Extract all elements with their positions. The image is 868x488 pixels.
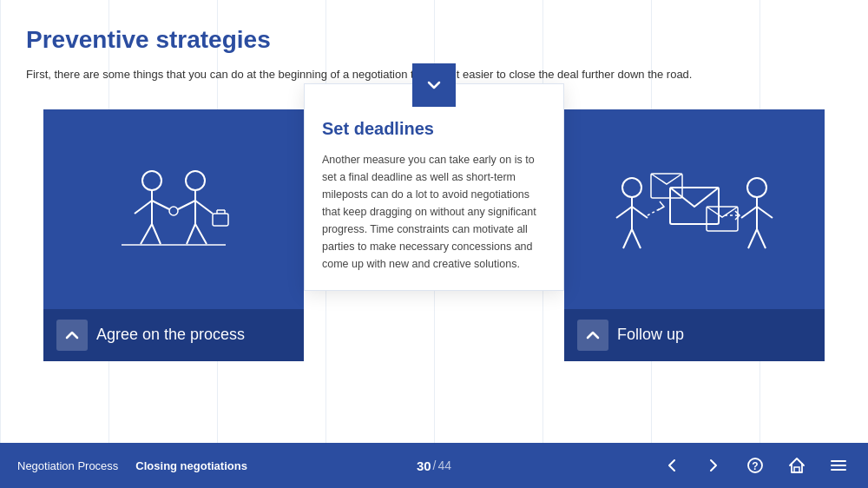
question-icon: ? (746, 457, 764, 474)
svg-point-24 (747, 178, 766, 197)
card-middle-title: Set deadlines (322, 119, 546, 139)
svg-line-10 (187, 224, 195, 244)
svg-line-11 (195, 224, 207, 244)
main-content: Preventive strategies First, there are s… (0, 0, 868, 443)
svg-line-28 (748, 229, 757, 248)
mail-icon (599, 162, 790, 257)
svg-line-2 (135, 201, 152, 214)
svg-line-29 (757, 229, 766, 248)
svg-line-21 (632, 207, 648, 218)
card-middle: Set deadlines Another measure you can ta… (304, 83, 564, 291)
arrow-up-icon-right (586, 328, 600, 342)
card-left: Agree on the process (43, 109, 304, 361)
svg-line-3 (152, 201, 169, 209)
card-right-label: Follow up (617, 326, 684, 344)
arrow-down-icon (427, 78, 441, 92)
svg-rect-13 (213, 214, 228, 226)
svg-line-20 (616, 207, 632, 218)
card-right-label-bar: Follow up (564, 309, 825, 361)
svg-text:?: ? (752, 460, 758, 472)
forward-icon (705, 457, 722, 474)
footer-nav-label: Negotiation Process (17, 459, 118, 472)
svg-rect-37 (794, 467, 799, 472)
card-right-arrow-btn[interactable] (577, 320, 608, 351)
menu-icon (830, 457, 847, 474)
menu-button[interactable] (826, 453, 851, 478)
footer-page-separator: / (433, 458, 437, 472)
svg-point-0 (142, 171, 161, 190)
card-middle-arrow-btn[interactable] (412, 63, 456, 107)
svg-point-6 (186, 171, 205, 190)
cards-container: Agree on the process Set deadlines Anoth… (26, 109, 842, 361)
mail-icon-area (599, 109, 790, 309)
svg-line-5 (152, 224, 161, 244)
card-left-arrow-btn[interactable] (56, 320, 88, 351)
card-left-label: Agree on the process (96, 326, 245, 344)
home-button[interactable] (785, 453, 809, 478)
svg-line-26 (741, 207, 757, 218)
svg-point-12 (169, 207, 178, 215)
home-icon (788, 457, 806, 474)
people-icon (104, 162, 243, 257)
card-right: Follow up (564, 109, 825, 361)
arrow-up-icon (65, 328, 79, 342)
svg-line-4 (141, 224, 152, 244)
svg-line-27 (757, 207, 773, 218)
footer-bar: Negotiation Process Closing negotiations… (0, 443, 868, 488)
back-icon (663, 457, 681, 474)
svg-line-23 (632, 229, 641, 248)
footer-section-label: Closing negotiations (135, 459, 247, 472)
card-middle-body: Another measure you can take early on is… (322, 151, 546, 273)
svg-point-18 (622, 178, 641, 197)
back-button[interactable] (660, 453, 684, 478)
people-icon-area (104, 109, 243, 309)
footer-page-total: 44 (438, 458, 452, 472)
footer-page-current: 30 (417, 458, 431, 473)
svg-line-9 (195, 201, 213, 214)
forward-button[interactable] (701, 453, 726, 478)
card-left-label-bar: Agree on the process (43, 309, 304, 361)
page-title: Preventive strategies (26, 26, 842, 54)
footer-controls: ? (660, 453, 851, 478)
svg-line-22 (623, 229, 632, 248)
help-button[interactable]: ? (743, 453, 767, 478)
svg-line-8 (178, 201, 195, 209)
